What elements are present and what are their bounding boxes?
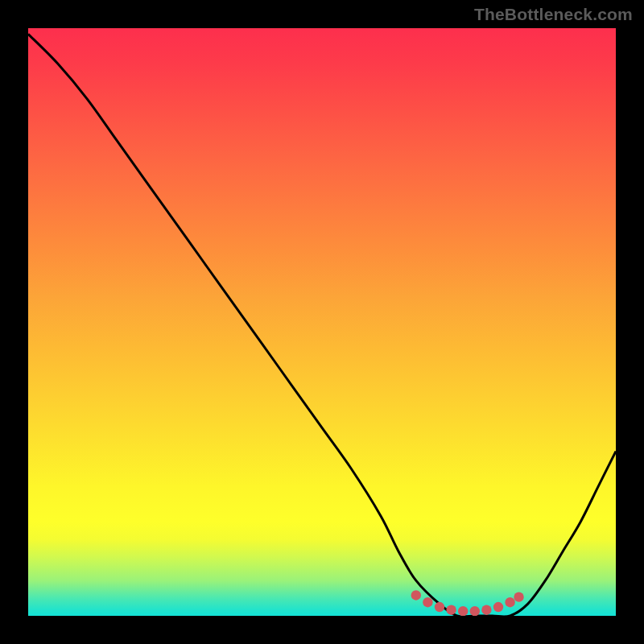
dot: [505, 597, 514, 607]
dots-svg: [28, 28, 616, 616]
dot: [493, 602, 503, 612]
chart-container: TheBottleneck.com: [0, 0, 644, 644]
dot: [411, 590, 421, 600]
dot: [458, 606, 468, 616]
dot: [435, 602, 444, 612]
dot: [514, 592, 523, 601]
dot: [470, 606, 480, 616]
plot-area: [28, 28, 616, 616]
highlight-dots: [411, 590, 524, 616]
dot: [446, 605, 456, 615]
watermark-text: TheBottleneck.com: [474, 5, 633, 24]
dot: [481, 605, 491, 615]
dot: [423, 597, 432, 607]
